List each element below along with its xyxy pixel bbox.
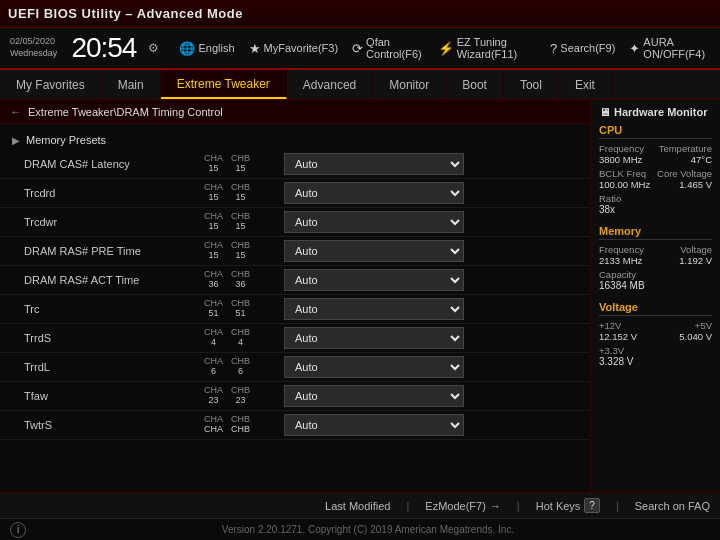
ez-mode-button[interactable]: EzMode(F7) → (425, 500, 501, 512)
search-label: Search(F9) (560, 42, 615, 54)
language-button[interactable]: 🌐 English (179, 41, 234, 56)
date-info: 02/05/2020 Wednesday (10, 36, 57, 59)
timing-channels: CHA 15 CHB 15 (204, 183, 284, 203)
hw-section: Memory Frequency 2133 MHz Voltage 1.192 … (599, 225, 712, 291)
tab-favorites[interactable]: My Favorites (0, 70, 102, 99)
ez-mode-arrow-icon: → (490, 500, 501, 512)
hw-col-right: Core Voltage 1.465 V (657, 168, 712, 190)
cha-value: 4 (211, 338, 216, 348)
chb-value: 51 (236, 309, 246, 319)
timing-dropdown[interactable]: Auto (284, 269, 464, 291)
channel-b: CHB CHB (231, 415, 250, 435)
tab-tool[interactable]: Tool (504, 70, 559, 99)
hw-val: 38x (599, 204, 712, 215)
expand-arrow-icon: ▶ (12, 135, 20, 146)
hw-section: Voltage +12V 12.152 V +5V 5.040 V +3.3V … (599, 301, 712, 367)
channel-b: CHB 51 (231, 299, 250, 319)
favorites-button[interactable]: ★ MyFavorite(F3) (249, 41, 339, 56)
search-faq-label: Search on FAQ (635, 500, 710, 512)
search-faq-button[interactable]: Search on FAQ (635, 500, 710, 512)
hw-key: Ratio (599, 193, 712, 204)
hw-val2: 5.040 V (679, 331, 712, 342)
timing-channels: CHA 36 CHB 36 (204, 270, 284, 290)
hw-single-row: Ratio 38x (599, 193, 712, 215)
timing-dropdown[interactable]: Auto (284, 385, 464, 407)
hw-single-row: Capacity 16384 MB (599, 269, 712, 291)
table-row: Tfaw CHA 23 CHB 23 Auto (0, 382, 590, 411)
hw-key2: Core Voltage (657, 168, 712, 179)
hw-single-row: +3.3V 3.328 V (599, 345, 712, 367)
nav-tabs: My Favorites Main Extreme Tweaker Advanc… (0, 70, 720, 100)
title-bar: UEFI BIOS Utility – Advanced Mode (0, 0, 720, 28)
hw-col-right: Temperature 47°C (659, 143, 712, 165)
channel-b: CHB 23 (231, 386, 250, 406)
timing-dropdown[interactable]: Auto (284, 153, 464, 175)
hw-col-left: BCLK Freq 100.00 MHz (599, 168, 650, 190)
timing-dropdown[interactable]: Auto (284, 211, 464, 233)
aura-icon: ✦ (629, 41, 640, 56)
table-row: TwtrS CHA CHA CHB CHB Auto (0, 411, 590, 440)
cha-value: 15 (209, 193, 219, 203)
timing-label: DRAM RAS# ACT Time (24, 274, 204, 286)
hw-double-row: Frequency 3800 MHz Temperature 47°C (599, 143, 712, 165)
timing-channels: CHA 4 CHB 4 (204, 328, 284, 348)
hw-key: BCLK Freq (599, 168, 650, 179)
chb-value: 4 (238, 338, 243, 348)
tab-boot[interactable]: Boot (446, 70, 504, 99)
hot-keys-button[interactable]: Hot Keys ? (536, 498, 600, 513)
info-icon[interactable]: i (10, 522, 26, 538)
search-button[interactable]: ? Search(F9) (550, 41, 615, 56)
timing-label: Tfaw (24, 390, 204, 402)
last-modified-label: Last Modified (325, 500, 390, 512)
table-row: Trcdrd CHA 15 CHB 15 Auto (0, 179, 590, 208)
hw-col-right: Voltage 1.192 V (679, 244, 712, 266)
aura-button[interactable]: ✦ AURA ON/OFF(F4) (629, 36, 710, 60)
timing-label: TrrdL (24, 361, 204, 373)
favorites-label: MyFavorite(F3) (264, 42, 339, 54)
channel-a: CHA 15 (204, 154, 223, 174)
hw-sections-container: CPU Frequency 3800 MHz Temperature 47°C … (599, 124, 712, 367)
star-icon: ★ (249, 41, 261, 56)
section-header-memory-presets[interactable]: ▶ Memory Presets (0, 128, 590, 150)
timing-dropdown[interactable]: Auto (284, 298, 464, 320)
tab-extreme-tweaker[interactable]: Extreme Tweaker (161, 70, 287, 99)
header-icons: 🌐 English ★ MyFavorite(F3) ⟳ Qfan Contro… (179, 36, 710, 60)
timing-dropdown[interactable]: Auto (284, 327, 464, 349)
table-row: TrrdS CHA 4 CHB 4 Auto (0, 324, 590, 353)
hw-section-title: Memory (599, 225, 712, 240)
timing-dropdown[interactable]: Auto (284, 414, 464, 436)
breadcrumb-text: Extreme Tweaker\DRAM Timing Control (28, 106, 223, 118)
channel-a: CHA 4 (204, 328, 223, 348)
monitor-icon: 🖥 (599, 106, 610, 118)
hw-col-left: +12V 12.152 V (599, 320, 637, 342)
hw-col-left: Frequency 2133 MHz (599, 244, 644, 266)
cha-value: 23 (209, 396, 219, 406)
tab-exit[interactable]: Exit (559, 70, 612, 99)
channel-b: CHB 15 (231, 154, 250, 174)
qfan-button[interactable]: ⟳ Qfan Control(F6) (352, 36, 424, 60)
tab-advanced[interactable]: Advanced (287, 70, 373, 99)
cha-value: 15 (209, 222, 219, 232)
timing-label: TwtrS (24, 419, 204, 431)
hot-keys-label: Hot Keys (536, 500, 581, 512)
tab-main[interactable]: Main (102, 70, 161, 99)
cha-value: 15 (209, 251, 219, 261)
table-row: DRAM CAS# Latency CHA 15 CHB 15 Auto (0, 150, 590, 179)
hw-key2: +5V (679, 320, 712, 331)
timing-dropdown[interactable]: Auto (284, 240, 464, 262)
qfan-label: Qfan Control(F6) (366, 36, 424, 60)
back-arrow-icon[interactable]: ← (10, 105, 22, 119)
hw-val: 16384 MB (599, 280, 712, 291)
cha-value: 6 (211, 367, 216, 377)
timing-dropdown[interactable]: Auto (284, 182, 464, 204)
tab-monitor[interactable]: Monitor (373, 70, 446, 99)
ez-tuning-button[interactable]: ⚡ EZ Tuning Wizard(F11) (438, 36, 536, 60)
content-list: ▶ Memory Presets DRAM CAS# Latency CHA 1… (0, 124, 590, 492)
timing-channels: CHA 15 CHB 15 (204, 212, 284, 232)
hw-val2: 47°C (659, 154, 712, 165)
gear-icon[interactable]: ⚙ (148, 41, 159, 55)
timing-dropdown[interactable]: Auto (284, 356, 464, 378)
hw-double-row: +12V 12.152 V +5V 5.040 V (599, 320, 712, 342)
channel-b: CHB 15 (231, 241, 250, 261)
timing-channels: CHA CHA CHB CHB (204, 415, 284, 435)
